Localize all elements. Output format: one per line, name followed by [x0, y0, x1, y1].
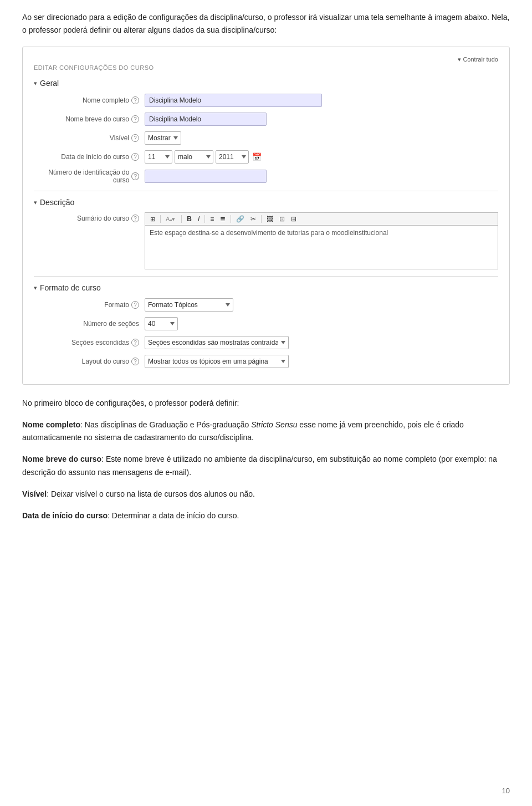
layout-select[interactable]: Mostrar todos os tópicos em uma página	[145, 355, 289, 368]
numero-id-label: Número de identificação do curso ?	[34, 169, 145, 184]
editor-unlink-btn[interactable]: ✂	[248, 215, 258, 223]
nome-completo-bold: Nome completo	[22, 420, 80, 429]
form-title: EDITAR CONFIGURAÇÕES DO CURSO	[34, 64, 498, 71]
data-inicio-label: Data de início do curso ?	[34, 153, 145, 161]
secoes-ocultas-label: Seções escondidas ?	[34, 339, 145, 346]
nome-breve-input[interactable]	[145, 113, 267, 126]
toolbar-sep-5	[261, 215, 262, 223]
layout-help-icon[interactable]: ?	[131, 358, 139, 365]
editor-bold-btn[interactable]: B	[185, 215, 194, 223]
editor-list2-btn[interactable]: ≣	[218, 215, 228, 223]
numero-id-control	[145, 170, 498, 183]
secoes-ocultas-help-icon[interactable]: ?	[131, 339, 139, 346]
form-row-sumario: Sumário do curso ? ⊞ A₄▾ B I ≡ ≣ 🔗 ✂	[34, 212, 498, 269]
num-secoes-control: 40	[145, 317, 498, 330]
data-mes-select[interactable]: maio	[175, 150, 213, 164]
editor-table-icon[interactable]: ⊞	[148, 215, 157, 223]
section-descricao-header[interactable]: Descrição	[34, 198, 498, 207]
editor-list-btn[interactable]: ≡	[208, 215, 216, 223]
formato-label: Formato ?	[34, 301, 145, 309]
form-row-secoes-ocultas: Seções escondidas ? Seções escondidas sã…	[34, 335, 498, 350]
page-number: 10	[502, 787, 510, 795]
divider-2	[34, 276, 498, 277]
visivel-select[interactable]: Mostrar	[145, 131, 181, 145]
section-general: Geral Nome completo ? Nome breve do curs…	[34, 79, 498, 184]
editor-link-btn[interactable]: 🔗	[234, 215, 247, 223]
body-para4: Visível: Deixar visível o curso na lista…	[22, 488, 510, 501]
nome-breve-control	[145, 113, 498, 126]
sumario-help-icon[interactable]: ?	[131, 215, 139, 222]
layout-control: Mostrar todos os tópicos em uma página	[145, 355, 498, 368]
nome-completo-input[interactable]	[145, 94, 322, 107]
form-row-data-inicio: Data de início do curso ? 11 maio 2011 📅	[34, 150, 498, 164]
secoes-ocultas-control: Seções escondidas são mostratas contraíd…	[145, 336, 498, 349]
form-row-num-secoes: Número de seções 40	[34, 317, 498, 331]
data-inicio-help-icon[interactable]: ?	[131, 153, 139, 161]
visivel-control: Mostrar	[145, 131, 498, 145]
editor-toolbar: ⊞ A₄▾ B I ≡ ≣ 🔗 ✂ 🖼 ⊡ ⊟	[145, 212, 498, 225]
nome-completo-help-icon[interactable]: ?	[131, 96, 139, 104]
form-row-formato: Formato ? Formato Tópicos	[34, 298, 498, 312]
visivel-bold: Visível	[22, 489, 47, 498]
nome-breve-label: Nome breve do curso ?	[34, 115, 145, 123]
stricto-sensu-italic: Stricto Sensu	[251, 420, 297, 429]
visivel-label: Visível ?	[34, 134, 145, 142]
form-row-nome-completo: Nome completo ?	[34, 93, 498, 108]
body-para3: Nome breve do curso: Este nome breve é u…	[22, 453, 510, 478]
toolbar-sep-1	[160, 215, 161, 223]
body-para1: No primeiro bloco de configurações, o pr…	[22, 397, 510, 410]
num-secoes-select[interactable]: 40	[145, 317, 178, 330]
intro-paragraph: Ao ser direcionado para a edição de conf…	[22, 11, 510, 37]
editor-fontsize-label[interactable]: A₄▾	[163, 215, 177, 223]
formato-help-icon[interactable]: ?	[131, 301, 139, 309]
data-inicio-bold: Data de início do curso	[22, 511, 108, 520]
form-row-visivel: Visível ? Mostrar	[34, 131, 498, 145]
layout-label: Layout do curso ?	[34, 358, 145, 365]
editor-special-btn[interactable]: ⊟	[289, 215, 299, 223]
formato-select[interactable]: Formato Tópicos	[145, 298, 233, 312]
formato-control: Formato Tópicos	[145, 298, 498, 312]
sumario-control: ⊞ A₄▾ B I ≡ ≣ 🔗 ✂ 🖼 ⊡ ⊟	[145, 212, 498, 269]
editor-media-btn[interactable]: ⊡	[277, 215, 287, 223]
form-row-nome-breve: Nome breve do curso ?	[34, 112, 498, 126]
numero-id-input[interactable]	[145, 170, 267, 183]
form-screenshot: ▾ Contrair tudo EDITAR CONFIGURAÇÕES DO …	[22, 47, 510, 385]
numero-id-help-icon[interactable]: ?	[131, 172, 139, 180]
section-formato: Formato de curso Formato ? Formato Tópic…	[34, 283, 498, 369]
nome-breve-bold: Nome breve do curso	[22, 455, 101, 463]
calendar-icon[interactable]: 📅	[251, 151, 262, 162]
data-inicio-control: 11 maio 2011 📅	[145, 150, 498, 164]
editor-italic-btn[interactable]: I	[196, 215, 202, 223]
divider-1	[34, 191, 498, 191]
visivel-help-icon[interactable]: ?	[131, 134, 139, 142]
body-para5: Data de início do curso: Determinar a da…	[22, 509, 510, 522]
section-descricao: Descrição Sumário do curso ? ⊞ A₄▾ B I ≡…	[34, 198, 498, 269]
body-para2: Nome completo: Nas disciplinas de Gradua…	[22, 419, 510, 444]
section-general-header[interactable]: Geral	[34, 79, 498, 88]
data-dia-select[interactable]: 11	[145, 150, 172, 164]
toolbar-sep-3	[204, 215, 205, 223]
section-formato-header[interactable]: Formato de curso	[34, 283, 498, 292]
secoes-ocultas-select[interactable]: Seções escondidas são mostratas contraíd…	[145, 336, 289, 349]
nome-completo-label: Nome completo ?	[34, 96, 145, 104]
sumario-editor-area[interactable]: Este espaço destina-se a desenvolvimento…	[145, 225, 498, 269]
toolbar-sep-2	[181, 215, 182, 223]
nome-completo-control	[145, 94, 498, 107]
toolbar-sep-4	[231, 215, 231, 223]
form-row-layout: Layout do curso ? Mostrar todos os tópic…	[34, 354, 498, 369]
collapse-all-button[interactable]: ▾ Contrair tudo	[458, 56, 498, 63]
sumario-label: Sumário do curso ?	[34, 212, 145, 222]
num-secoes-label: Número de seções	[34, 320, 145, 328]
data-ano-select[interactable]: 2011	[216, 150, 249, 164]
form-row-numero-id: Número de identificação do curso ?	[34, 169, 498, 184]
nome-breve-help-icon[interactable]: ?	[131, 115, 139, 123]
editor-image-btn[interactable]: 🖼	[264, 215, 275, 223]
